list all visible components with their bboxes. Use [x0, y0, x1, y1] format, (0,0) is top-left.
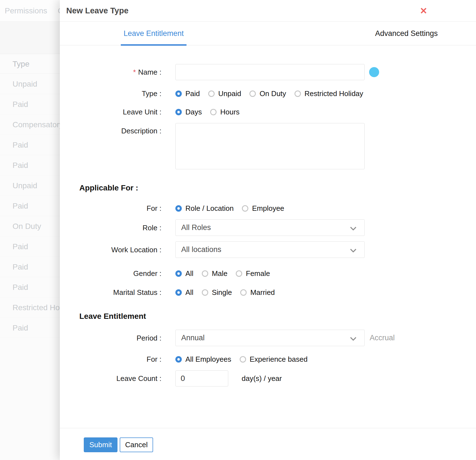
- radio-icon: [242, 205, 248, 212]
- role-select[interactable]: All Roles: [175, 219, 365, 236]
- radio-icon: [202, 289, 208, 296]
- cancel-button[interactable]: Cancel: [120, 437, 153, 452]
- dialog-header: New Leave Type ✕: [60, 0, 476, 22]
- role-label: Role :: [79, 223, 161, 232]
- radio-icon: [240, 289, 247, 296]
- radio-gender-female[interactable]: Female: [236, 269, 270, 278]
- radio-selected-icon: [175, 289, 182, 296]
- type-label: Type :: [79, 89, 161, 98]
- applicable-for-row: For : Role / Location Employee: [79, 204, 476, 213]
- period-select[interactable]: Annual: [175, 330, 365, 346]
- dialog-footer: Submit Cancel: [60, 428, 476, 460]
- tab-permissions: Permissions: [5, 6, 47, 15]
- chevron-down-icon: [350, 246, 357, 253]
- radio-selected-icon: [175, 90, 182, 97]
- radio-icon: [236, 270, 242, 277]
- description-label: Description :: [79, 123, 161, 169]
- radio-for-all-employees[interactable]: All Employees: [175, 355, 231, 364]
- radio-icon: [295, 90, 301, 97]
- work-location-label: Work Location :: [79, 245, 161, 254]
- close-icon[interactable]: ✕: [420, 6, 427, 15]
- role-row: Role : All Roles: [79, 219, 476, 236]
- new-leave-type-dialog: New Leave Type ✕ Leave Entitlement Advan…: [60, 0, 476, 460]
- chevron-down-icon: [350, 335, 357, 341]
- radio-type-unpaid[interactable]: Unpaid: [208, 89, 241, 98]
- radio-icon: [249, 90, 256, 97]
- radio-marital-single[interactable]: Single: [202, 288, 232, 297]
- tab-label: Leave Entitlement: [124, 29, 184, 38]
- radio-icon: [240, 356, 246, 363]
- radio-type-on-duty[interactable]: On Duty: [249, 89, 286, 98]
- applicable-for-heading: Applicable For :: [60, 183, 476, 192]
- required-asterisk: *: [133, 68, 136, 76]
- radio-marital-all[interactable]: All: [175, 288, 193, 297]
- leave-count-unit: day(s) / year: [242, 374, 282, 383]
- period-row: Period : Annual Accrual: [79, 330, 476, 346]
- for-label: For :: [79, 204, 161, 213]
- radio-for-role-location[interactable]: Role / Location: [175, 204, 234, 213]
- name-row: *Name :: [79, 64, 476, 80]
- radio-unit-days[interactable]: Days: [175, 108, 202, 116]
- type-row: Type : Paid Unpaid On Duty Restricted Ho…: [79, 89, 476, 98]
- gender-row: Gender : All Male Female: [79, 269, 476, 278]
- leave-count-label: Leave Count :: [79, 374, 161, 383]
- dialog-title: New Leave Type: [66, 6, 129, 15]
- period-label: Period :: [79, 334, 161, 342]
- radio-gender-all[interactable]: All: [175, 269, 193, 278]
- leave-color-picker-dot[interactable]: [369, 67, 379, 77]
- radio-for-experience-based[interactable]: Experience based: [240, 355, 308, 364]
- name-label: *Name :: [79, 68, 161, 77]
- dialog-tabbar: Leave Entitlement Advanced Settings: [60, 22, 476, 45]
- tab-advanced-settings[interactable]: Advanced Settings: [374, 22, 438, 45]
- leave-count-row: Leave Count : day(s) / year: [79, 370, 476, 386]
- radio-marital-married[interactable]: Married: [240, 288, 275, 297]
- leave-unit-label: Leave Unit :: [79, 107, 161, 116]
- name-input[interactable]: [175, 64, 365, 80]
- radio-type-paid[interactable]: Paid: [175, 89, 200, 98]
- radio-for-employee[interactable]: Employee: [242, 204, 284, 213]
- chevron-down-icon: [350, 224, 357, 231]
- tab-label: Advanced Settings: [375, 29, 438, 38]
- active-tab-underline: [121, 44, 187, 46]
- description-row: Description :: [79, 123, 476, 169]
- radio-icon: [202, 270, 208, 277]
- radio-type-restricted-holiday[interactable]: Restricted Holiday: [295, 89, 363, 98]
- dialog-form: *Name : Type : Paid Unpaid: [60, 64, 476, 386]
- radio-icon: [208, 90, 215, 97]
- leave-count-input[interactable]: [175, 370, 228, 386]
- description-textarea[interactable]: [175, 123, 365, 169]
- radio-selected-icon: [175, 356, 182, 363]
- leave-unit-row: Leave Unit : Days Hours: [79, 107, 476, 116]
- marital-status-label: Marital Status :: [79, 288, 161, 297]
- for-label: For :: [79, 355, 161, 364]
- work-location-select[interactable]: All locations: [175, 241, 365, 258]
- tab-leave-entitlement[interactable]: Leave Entitlement: [121, 22, 187, 45]
- gender-label: Gender :: [79, 269, 161, 278]
- work-location-row: Work Location : All locations: [79, 241, 476, 258]
- marital-status-row: Marital Status : All Single Married: [79, 288, 476, 297]
- radio-selected-icon: [175, 270, 182, 277]
- radio-icon: [210, 109, 217, 115]
- accrual-link[interactable]: Accrual: [370, 334, 395, 342]
- radio-selected-icon: [175, 205, 182, 212]
- leave-entitlement-heading: Leave Entitlement: [60, 312, 476, 321]
- radio-selected-icon: [175, 109, 182, 115]
- submit-button[interactable]: Submit: [84, 437, 117, 452]
- entitlement-for-row: For : All Employees Experience based: [79, 355, 476, 364]
- radio-unit-hours[interactable]: Hours: [210, 108, 239, 116]
- radio-gender-male[interactable]: Male: [202, 269, 227, 278]
